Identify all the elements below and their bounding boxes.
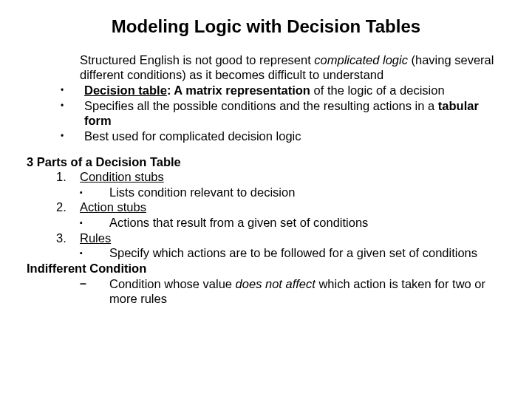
bullet-icon: • [56,98,84,129]
list-text: Lists condition relevant to decision [109,185,505,200]
list-text: Specify which actions are to be followed… [109,245,505,261]
list-item: ▪ Specify which actions are to be follow… [78,245,505,261]
square-bullet-icon: ▪ [78,215,109,231]
list-text: Action stubs [80,200,505,215]
intro-paragraph: Structured English is not good to repres… [80,52,505,83]
square-bullet-icon: ▪ [78,245,109,261]
list-text: Best used for complicated decision logic [84,129,505,144]
list-text: Condition whose value does not affect wh… [109,276,505,307]
list-text: Condition stubs [80,169,505,185]
slide: Modeling Logic with Decision Tables Stru… [0,0,532,399]
section-heading: 3 Parts of a Decision Table [27,154,505,170]
list-text: Actions that result from a given set of … [109,215,505,231]
list-item: 1. Condition stubs [56,169,505,185]
square-bullet-icon: ▪ [78,185,109,200]
list-text: Specifies all the possible conditions an… [84,98,505,129]
list-item: ▪ Actions that result from a given set o… [78,215,505,231]
section-heading: Indifferent Condition [27,261,505,276]
page-title: Modeling Logic with Decision Tables [27,16,505,38]
list-item: • Decision table: A matrix representatio… [56,83,505,98]
list-item: 3. Rules [56,231,505,246]
list-item: ▪ Lists condition relevant to decision [78,185,505,200]
parts-section: 3 Parts of a Decision Table 1. Condition… [27,154,505,307]
list-item: • Best used for complicated decision log… [56,129,505,144]
intro-block: Structured English is not good to repres… [56,52,505,144]
number-marker: 2. [56,200,80,215]
list-text: Decision table: A matrix representation … [84,83,505,98]
list-item: – Condition whose value does not affect … [78,276,505,307]
dash-icon: – [78,276,109,307]
bullet-icon: • [56,129,84,144]
list-text: Rules [80,231,505,246]
bullet-icon: • [56,83,84,98]
number-marker: 1. [56,169,80,185]
list-item: 2. Action stubs [56,200,505,215]
list-item: • Specifies all the possible conditions … [56,98,505,129]
number-marker: 3. [56,231,80,246]
